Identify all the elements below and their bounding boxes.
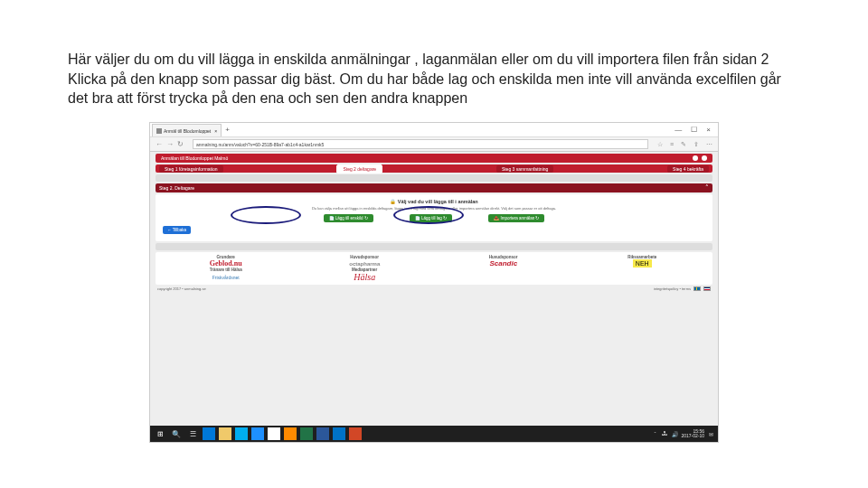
start-button-icon[interactable]: ⊞ bbox=[154, 427, 166, 440]
taskbar-app-word[interactable] bbox=[316, 427, 329, 440]
window-close-icon[interactable]: × bbox=[706, 126, 711, 134]
url-input[interactable]: anmalning.nu/anm/valoch?v=60-251B-89a7-a… bbox=[193, 139, 648, 149]
taskbar-app-firefox[interactable] bbox=[284, 427, 297, 440]
search-icon[interactable]: 🔍 bbox=[170, 427, 183, 440]
page-content: Anmälan till Blodomloppet Malmö Steg 1 f… bbox=[150, 152, 718, 426]
nav-forward-icon[interactable]: → bbox=[166, 140, 174, 148]
url-text: anmalning.nu/anm/valoch?v=60-251B-89a7-a… bbox=[196, 142, 324, 147]
tab-title: Anmäl till Blodomloppet bbox=[164, 128, 211, 134]
tray-notifications-icon[interactable]: ✉ bbox=[707, 430, 714, 437]
sponsor-category: Huvudsponsor bbox=[297, 255, 433, 259]
step-tab-2[interactable]: Steg 2 deltagare bbox=[336, 164, 382, 174]
card-title: 🔒 Välj vad du vill lägga till i anmälan bbox=[390, 199, 477, 204]
instruction-paragraph: Här väljer du om du vill lägga in enskil… bbox=[68, 50, 800, 108]
window-minimize-icon[interactable]: — bbox=[675, 126, 682, 134]
add-individual-button[interactable]: 📄 Lägg till enskild ↻ bbox=[324, 214, 373, 222]
window-titlebar: Anmäl till Blodomloppet × + — ☐ × bbox=[150, 123, 718, 137]
highlight-ellipse-2 bbox=[393, 206, 464, 224]
taskbar-app-ie[interactable] bbox=[251, 427, 264, 440]
sponsor-logo-octapharma[interactable]: octapharma bbox=[297, 261, 433, 267]
sponsor-logo-friskvard[interactable]: Friskvårdsnet bbox=[158, 275, 294, 280]
clock-date: 2017-02-10 bbox=[681, 434, 704, 439]
indicator-dot bbox=[693, 155, 698, 161]
tab-close-icon[interactable]: × bbox=[214, 128, 217, 134]
page-title: Anmälan till Blodomloppet Malmö bbox=[161, 155, 228, 161]
taskbar-app-edge[interactable] bbox=[203, 427, 215, 440]
taskbar-clock[interactable]: 15:56 2017-02-10 bbox=[681, 429, 704, 439]
import-registration-button[interactable]: 📥 Importera anmälan ↻ bbox=[488, 214, 544, 222]
address-bar: ← → ↻ anmalning.nu/anm/valoch?v=60-251B-… bbox=[150, 137, 718, 152]
reading-list-icon[interactable]: ≡ bbox=[670, 141, 674, 148]
sponsor-logo-scandic[interactable]: Scandic bbox=[436, 259, 571, 267]
favorite-star-icon[interactable]: ☆ bbox=[657, 141, 663, 148]
sponsor-logo-neh[interactable]: NEH bbox=[575, 259, 711, 267]
footer-links[interactable]: integritetspolicy • terms bbox=[654, 286, 691, 291]
highlight-ellipse-1 bbox=[231, 206, 301, 224]
step-label: Steg 2. Deltagare bbox=[159, 185, 194, 191]
flag-uk-icon[interactable] bbox=[703, 286, 711, 291]
browser-tab[interactable]: Anmäl till Blodomloppet × bbox=[152, 124, 222, 136]
nav-reload-icon[interactable]: ↻ bbox=[177, 140, 184, 148]
indicator-dot bbox=[702, 155, 707, 161]
notes-icon[interactable]: ✎ bbox=[681, 141, 686, 148]
share-icon[interactable]: ⇪ bbox=[693, 141, 699, 148]
step-tab-1[interactable]: Steg 1 företagsinformation bbox=[159, 165, 223, 173]
step-tabs: Steg 1 företagsinformation Steg 2 deltag… bbox=[156, 164, 712, 173]
task-view-icon[interactable]: ☰ bbox=[186, 427, 199, 440]
embedded-screenshot: Anmäl till Blodomloppet × + — ☐ × ← → ↻ … bbox=[149, 122, 719, 443]
windows-taskbar: ⊞ 🔍 ☰ ˄ 🖧 🔊 15:56 2017-02-10 ✉ bbox=[150, 426, 718, 442]
taskbar-app-store[interactable] bbox=[235, 427, 248, 440]
sponsor-logo-halsa[interactable]: Hälsa bbox=[297, 272, 433, 282]
taskbar-app-chrome[interactable] bbox=[268, 427, 280, 440]
taskbar-app-outlook[interactable] bbox=[333, 427, 345, 440]
taskbar-app-excel[interactable] bbox=[300, 427, 313, 440]
sponsor-logo-geblod[interactable]: Geblod.nu bbox=[158, 259, 294, 267]
page-footer: copyright 2017 • anmalning.se integritet… bbox=[156, 286, 712, 291]
window-maximize-icon[interactable]: ☐ bbox=[691, 126, 697, 134]
flag-se-icon[interactable] bbox=[693, 286, 701, 291]
spacer-band bbox=[156, 243, 712, 250]
tray-network-icon[interactable]: 🖧 bbox=[661, 430, 668, 437]
sponsor-panel: Grundare Huvudsponsor Huvudsponsor Rikss… bbox=[156, 252, 712, 285]
more-icon[interactable]: ⋯ bbox=[706, 141, 712, 148]
chevron-up-icon: ˄ bbox=[705, 184, 709, 192]
tray-up-icon[interactable]: ˄ bbox=[651, 430, 658, 437]
step-tab-4[interactable]: Steg 4 bekräfta bbox=[667, 165, 709, 173]
nav-back-icon[interactable]: ← bbox=[156, 140, 163, 148]
spacer-band bbox=[156, 174, 712, 182]
tray-volume-icon[interactable]: 🔊 bbox=[671, 430, 678, 437]
tab-favicon bbox=[156, 128, 162, 134]
step-tab-3[interactable]: Steg 3 sammanfattning bbox=[496, 165, 553, 173]
footer-copyright: copyright 2017 • anmalning.se bbox=[157, 286, 206, 291]
new-tab-button[interactable]: + bbox=[225, 126, 230, 134]
sponsor-category: Tränare till Hälsa bbox=[158, 267, 294, 272]
back-button[interactable]: ← Tillbaka bbox=[163, 226, 191, 234]
step-header-row[interactable]: Steg 2. Deltagare ˄ bbox=[156, 183, 712, 192]
taskbar-app-explorer[interactable] bbox=[219, 427, 231, 440]
header-banner: Anmälan till Blodomloppet Malmö bbox=[156, 154, 712, 163]
taskbar-app-powerpoint[interactable] bbox=[349, 427, 362, 440]
